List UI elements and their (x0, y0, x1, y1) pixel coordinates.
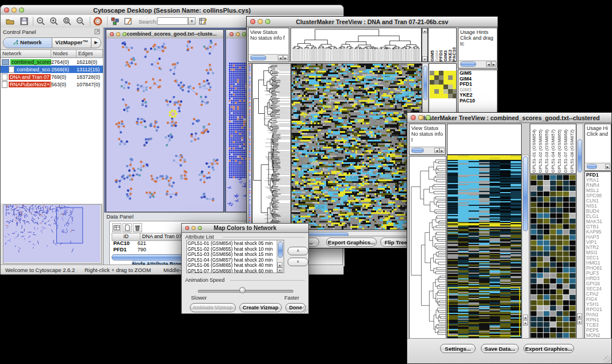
heatmap-vscrollbar[interactable]: ▲ ▼ (522, 155, 529, 339)
scroll-thumb[interactable] (411, 148, 424, 153)
zoom-button[interactable] (426, 115, 431, 120)
gene-label[interactable]: HRD3 (586, 276, 611, 281)
close-button[interactable] (250, 19, 255, 24)
gene-label[interactable]: PUF3 (586, 271, 611, 276)
scroll-right-arrow-icon[interactable]: ▶ (439, 148, 445, 153)
scroll-thumb[interactable] (250, 55, 266, 60)
column-label[interactable]: GPL51-08 (GSM872) (569, 129, 576, 173)
float-panel-icon[interactable] (94, 29, 100, 36)
column-label[interactable]: GPL51-04 (GSM857) (550, 129, 557, 173)
scroll-right-arrow-icon[interactable]: ▶ (605, 164, 610, 169)
gene-label[interactable]: GIM4 (460, 76, 497, 82)
gene-label[interactable]: MON2 (586, 333, 611, 338)
row-dendrogram-canvas[interactable] (410, 156, 446, 338)
gene-label[interactable]: PAN1 (586, 312, 611, 317)
new-attribute-icon[interactable] (123, 223, 132, 232)
column-label[interactable]: GPL51-03 (GSM856) (544, 129, 550, 173)
scroll-left-arrow-icon[interactable]: ◀ (434, 148, 439, 153)
export-graphics-button[interactable]: Export Graphics... (326, 237, 377, 247)
column-edges[interactable]: Edges (76, 50, 103, 58)
gene-label[interactable]: HMG1 (586, 260, 611, 266)
gene-label[interactable]: SPC98 (586, 193, 611, 198)
tab-network[interactable]: Network (3, 38, 52, 48)
column-label[interactable]: GIM3 (443, 50, 447, 62)
scroll-up-arrow-icon[interactable]: ▲ (422, 28, 427, 33)
zoom-in-icon[interactable] (49, 17, 59, 26)
scroll-up-arrow-icon[interactable]: ▲ (277, 262, 282, 267)
resize-grip[interactable] (301, 306, 308, 313)
scroll-thumb[interactable] (523, 156, 528, 231)
close-button[interactable] (4, 7, 9, 13)
gene-label[interactable]: RNR4 (586, 183, 611, 188)
save-icon[interactable] (20, 17, 29, 26)
zoom-view-canvas[interactable] (530, 175, 576, 338)
column-nodes[interactable]: Nodes (51, 50, 76, 58)
gene-label[interactable]: YKE2 (460, 93, 497, 98)
scroll-down-arrow-icon[interactable]: ▼ (523, 320, 528, 325)
gene-label[interactable]: ELG1 (586, 214, 611, 219)
minimize-button[interactable] (236, 32, 240, 36)
gene-label[interactable]: NTR2 (586, 245, 611, 250)
gene-label[interactable]: HAP3 (586, 235, 611, 240)
vizmap-nodes-icon[interactable] (110, 17, 120, 26)
view-status-scrollbar[interactable]: ◀ ▶ (410, 147, 445, 154)
network-overview-panel[interactable] (3, 204, 102, 264)
column-label[interactable]: GPL51-06 (GSM865) (557, 129, 563, 173)
minimize-button[interactable] (116, 32, 120, 36)
search-dropdown-arrow-icon[interactable]: ▾ (188, 17, 196, 25)
gene-label[interactable]: CLN1 (586, 198, 611, 204)
minimize-button[interactable] (258, 19, 263, 24)
animate-vizmap-button[interactable]: Animate Vizmap (190, 303, 236, 312)
scroll-thumb[interactable] (423, 66, 427, 100)
column-label[interactable]: GIM5 (430, 50, 434, 62)
treeview-combined-titlebar[interactable]: ClusterMaker TreeView : combined_scores_… (407, 113, 611, 123)
gene-label[interactable]: PFD1 (586, 173, 611, 178)
help-lifering-icon[interactable] (93, 17, 102, 26)
gene-label[interactable]: MAK31 (586, 219, 611, 224)
network-tree-row[interactable]: RNAPuberNov2+| 563(0) 107847(0) (1, 81, 103, 88)
network-view-1-titlebar[interactable]: combined_scores_good.txt--cluste... (106, 30, 223, 39)
tab-overflow-button[interactable]: ▶ (91, 38, 101, 48)
attribute-editor-icon[interactable] (198, 17, 208, 26)
scroll-up-arrow-icon[interactable]: ▲ (577, 313, 582, 319)
scroll-down-arrow-icon[interactable]: ▼ (577, 319, 582, 324)
animation-speed-slider[interactable] (198, 290, 293, 293)
zoom-button[interactable] (242, 32, 246, 36)
tab-vizmapper[interactable]: VizMapper™ (52, 38, 91, 48)
scroll-thumb[interactable] (577, 139, 582, 173)
close-button[interactable] (230, 32, 234, 36)
move-down-button[interactable]: ∨ (288, 258, 308, 266)
scroll-thumb[interactable] (460, 62, 476, 67)
dendrogram-scroll-strip[interactable]: ▲ ▼ (422, 28, 428, 62)
attribute-listbox[interactable]: GPL51-01 (GSM854) heat shock 05 minGPL51… (186, 240, 284, 273)
network-tree-row[interactable]: combined_sco 2569(6) 13112(15) (1, 66, 103, 73)
gene-label[interactable]: KAP95 (586, 229, 611, 235)
scroll-up-arrow-icon[interactable]: ▲ (523, 315, 528, 320)
gene-label[interactable]: PAC10 (460, 98, 497, 104)
zoom-button[interactable] (123, 32, 127, 36)
network-overview-canvas[interactable] (3, 205, 100, 262)
gene-list-vscrollbar[interactable]: ▲ ▼ (576, 124, 583, 339)
zoom-selected-icon[interactable] (76, 17, 85, 26)
gene-label[interactable]: PFD1 (460, 82, 497, 87)
zoom-button[interactable] (19, 7, 24, 13)
save-data-button[interactable]: Save Data... (481, 344, 519, 353)
column-label[interactable]: GPL51-01 (GSM854) (531, 129, 538, 173)
export-graphics-button[interactable]: Export Graphics... (523, 344, 574, 353)
gene-label[interactable]: FIG4 (586, 297, 611, 302)
close-button[interactable] (110, 32, 114, 36)
search-input[interactable] (157, 17, 188, 25)
treeview-dna-titlebar[interactable]: ClusterMaker TreeView : DNA and Tran 07-… (247, 17, 498, 27)
gene-label[interactable]: PEP5 (586, 328, 611, 333)
attribute-list-scrollbar[interactable]: ▲ ▼ (277, 240, 284, 273)
column-id[interactable]: ID (112, 233, 140, 240)
close-button[interactable] (185, 226, 189, 230)
gene-label[interactable]: BUD4 (586, 209, 611, 214)
usage-hints-scrollbar[interactable]: ▶ (586, 163, 610, 170)
gene-label[interactable]: GPI16 (586, 281, 611, 286)
minimize-button[interactable] (192, 226, 196, 230)
move-up-button[interactable]: ∧ (288, 247, 308, 255)
column-dendrogram-canvas[interactable] (291, 28, 421, 62)
network-view-canvas[interactable] (106, 39, 223, 212)
usage-hints-scrollbar[interactable]: ◀ ▶ (459, 60, 496, 67)
